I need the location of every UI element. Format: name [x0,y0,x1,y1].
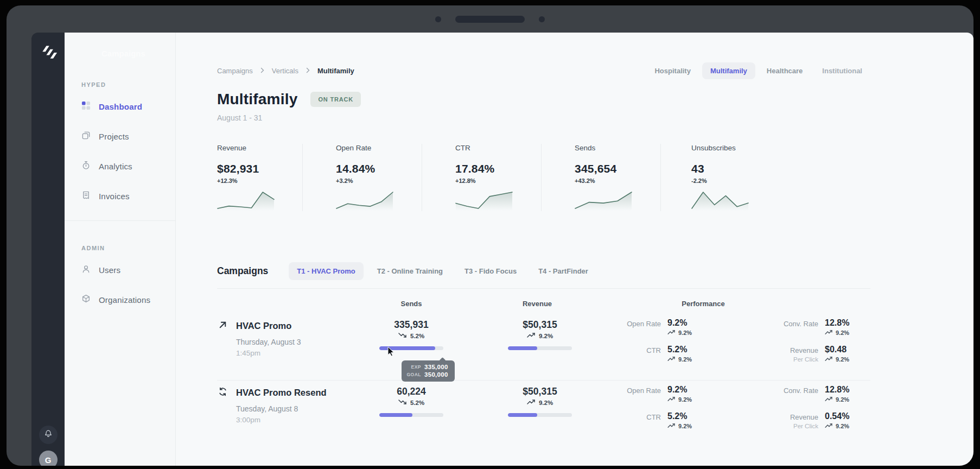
sidebar-divider [65,220,175,221]
revenue-progress-bar [508,413,572,417]
kpi-delta: +3.2% [336,178,422,184]
tab-t2-online-training[interactable]: T2 - Online Training [369,262,451,280]
sidebar: Campaigns HYPED Dashboard [65,33,176,466]
perf-label: RevenuePer Click [728,411,818,430]
breadcrumb-campaigns[interactable]: Campaigns [217,67,253,75]
kpi-sparkline [691,187,870,211]
perf-value: 0.54% [825,411,890,421]
trend-up-icon [825,356,833,363]
sidebar-item-organizations[interactable]: Organizations [81,294,175,306]
vertical-tabs: Hospitality Multifamily Healthcare Insti… [646,62,870,79]
tab-t4-partfinder[interactable]: T4 - PartFinder [530,262,596,280]
perf-delta: 9.2% [678,329,692,336]
sidebar-item-users[interactable]: Users [81,264,175,276]
main-area: Campaigns Verticals Multifamily Hospital… [176,33,973,466]
sidebar-item-dashboard[interactable]: Dashboard [81,101,175,112]
date-range: August 1 - 31 [217,113,870,122]
sends-progress-bar [379,413,443,417]
users-icon [81,264,91,276]
perf-delta: 9.2% [836,396,849,403]
trend-down-icon [398,399,407,406]
projects-icon [81,131,91,142]
revenue-value: $50,315 [508,386,572,397]
trend-down-icon [398,332,407,339]
kpi-delta: +43.2% [575,178,660,184]
tab-t3-fido-focus[interactable]: T3 - Fido Focus [456,262,525,280]
trend-up-icon [527,332,536,339]
perf-value: 5.2% [667,411,722,421]
kpi-value: 345,654 [575,162,660,175]
dashboard-icon [81,101,91,112]
breadcrumb-chevron-icon [260,66,264,75]
sends-value: 60,224 [379,386,443,397]
kpi-unsubscribes: Unsubscribes 43 -2.2% [661,144,870,211]
kpi-sparkline [455,187,541,211]
kpi-label: Open Rate [336,144,422,152]
campaign-row-hvac-promo-resend[interactable]: HVAC Promo Resend Tuesday, August 8 3:00… [217,380,870,452]
kpi-sparkline [336,187,422,211]
trend-up-icon [667,396,676,403]
campaign-name: HVAC Promo [236,321,291,331]
revenue-progress-bar [508,346,572,350]
column-header-performance: Performance [682,300,724,308]
performance-grid: Open Rate 9.2% 9.2% Conv. Rate 12.8% 9.2… [597,318,870,364]
breadcrumb: Campaigns Verticals Multifamily [217,66,354,75]
campaign-time: 1:45pm [236,349,301,357]
tab-healthcare[interactable]: Healthcare [759,62,811,79]
trend-up-icon [527,399,536,406]
sends-metric: 335,931 5.2% [379,319,443,350]
sends-delta: 5.2% [410,400,424,406]
perf-delta: 9.2% [836,356,849,363]
tab-t1-hvac-promo[interactable]: T1 - HVAC Promo [289,262,363,280]
perf-label: Open Rate [597,318,661,336]
sidebar-item-label: Organizations [99,295,150,305]
kpi-strip: Revenue $82,931 +12.3% Open Rate 14.84% … [217,144,870,211]
sidebar-item-projects[interactable]: Projects [81,131,175,142]
kpi-delta: +12.8% [455,178,541,184]
sends-metric: 60,224 5.2% [379,386,443,417]
perf-value: 12.8% [825,385,890,395]
sidebar-item-analytics[interactable]: Analytics [81,161,175,172]
trend-up-icon [667,423,676,429]
revenue-value: $50,315 [508,319,572,331]
perf-delta: 9.2% [678,423,692,429]
analytics-icon [81,161,91,172]
column-header-sends: Sends [400,300,422,308]
app-logo-icon[interactable] [39,45,58,63]
window-chrome [7,5,973,33]
perf-value: 9.2% [667,318,722,328]
revenue-delta: 9.2% [539,400,553,406]
kpi-value: 17.84% [455,162,541,175]
kpi-value: 43 [691,162,870,175]
campaign-row-hvac-promo[interactable]: HVAC Promo Thursday, August 3 1:45pm 335… [217,314,870,380]
mouse-cursor [387,346,396,359]
sidebar-item-invoices[interactable]: Invoices [81,191,175,202]
breadcrumb-verticals[interactable]: Verticals [272,67,298,75]
sends-delta: 5.2% [410,333,424,339]
perf-label: CTR [597,411,661,430]
kpi-ctr: CTR 17.84% +12.8% [422,144,542,211]
perf-delta: 9.2% [836,329,849,336]
avatar-initial: G [45,455,52,465]
campaign-date: Tuesday, August 8 [236,404,327,413]
status-badge: ON TRACK [310,92,360,107]
chrome-dot-left [435,16,441,22]
notifications-button[interactable] [39,426,58,444]
page-title: Multifamily [217,91,297,108]
user-avatar[interactable]: G [39,451,58,466]
arrow-up-right-icon [218,320,227,332]
campaign-time: 3:00pm [236,416,327,424]
trend-up-icon [667,356,676,363]
organizations-icon [81,294,91,306]
kpi-label: CTR [455,144,541,152]
trend-up-icon [825,396,833,403]
sidebar-item-label: Projects [99,132,129,141]
tab-hospitality[interactable]: Hospitality [646,62,698,79]
trend-up-icon [825,423,833,429]
sidebar-ghost-text: Campaigns [101,49,145,58]
perf-delta: 9.2% [678,396,692,403]
tab-multifamily[interactable]: Multifamily [702,62,755,79]
campaign-tabs: T1 - HVAC Promo T2 - Online Training T3 … [289,262,596,280]
tab-institutional[interactable]: Institutional [814,62,870,79]
invoices-icon [81,191,91,202]
